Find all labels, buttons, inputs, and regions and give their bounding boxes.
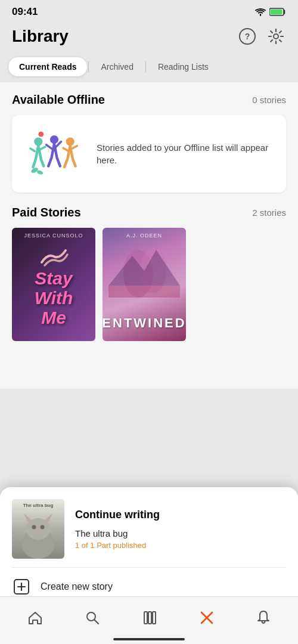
book-cover-entwined[interactable]: A.J. ODEEN ENTWINED (103, 228, 186, 341)
svg-point-12 (26, 518, 50, 540)
continue-writing-book-title: The ultra bug (75, 528, 286, 538)
tab-archived[interactable]: Archived (90, 57, 144, 76)
main-content: Available Offline 0 stories (0, 82, 298, 389)
tab-reading-lists[interactable]: Reading Lists (147, 57, 219, 76)
header-title: Library (12, 27, 69, 46)
continue-writing-info: Continue writing The ultra bug 1 of 1 Pa… (75, 509, 286, 550)
help-button[interactable]: ? (237, 26, 257, 47)
home-bar (113, 638, 185, 640)
nav-stories[interactable] (134, 606, 165, 630)
paid-section-header: Paid Stories 2 stories (12, 206, 286, 219)
svg-rect-1 (271, 10, 283, 15)
status-icons (255, 8, 286, 16)
bell-icon (256, 610, 271, 626)
cat-icon (12, 511, 64, 559)
entwined-figures-icon (108, 238, 180, 298)
bottom-nav (0, 596, 298, 644)
books-row: JESSICA CUNSOLO StayWithMe A.J. ODEEN (12, 228, 286, 341)
settings-button[interactable] (266, 26, 286, 47)
offline-section-header: Available Offline 0 stories (12, 93, 286, 107)
header: Library ? (0, 21, 298, 54)
continue-writing-heading: Continue writing (75, 509, 286, 521)
plus-square-icon (13, 578, 30, 595)
svg-line-24 (95, 620, 99, 624)
create-story-icon (12, 577, 31, 596)
bottom-overlay: The ultra bug (0, 487, 298, 608)
help-icon: ? (239, 28, 256, 45)
cw-book-thumbnail[interactable]: The ultra bug (12, 499, 64, 559)
close-icon (200, 611, 214, 625)
offline-title: Available Offline (12, 93, 105, 107)
book-cover-stay-with-me[interactable]: JESSICA CUNSOLO StayWithMe (12, 228, 95, 341)
tab-current-reads[interactable]: Current Reads (8, 57, 87, 76)
gear-icon (268, 29, 284, 44)
paid-count: 2 stories (252, 208, 286, 218)
svg-rect-27 (153, 612, 156, 624)
book-title-stay: StayWithMe (35, 268, 73, 327)
header-icons: ? (237, 26, 286, 47)
nav-notifications[interactable] (248, 605, 279, 630)
status-time: 09:41 (12, 6, 38, 18)
tab-divider-2 (145, 61, 146, 72)
offline-count: 0 stories (252, 95, 286, 105)
offline-section: Available Offline 0 stories (0, 82, 298, 200)
status-bar: 09:41 (0, 0, 298, 21)
create-story-label: Create new story (41, 581, 113, 592)
paid-title: Paid Stories (12, 206, 81, 219)
people-dancing-icon (24, 130, 84, 178)
offline-illustration (21, 127, 87, 181)
paid-section: Paid Stories 2 stories JESSICA CUNSOLO S… (0, 200, 298, 341)
continue-writing-section: The ultra bug (0, 487, 298, 567)
stories-icon (142, 611, 157, 625)
svg-point-19 (36, 530, 40, 532)
svg-point-18 (41, 525, 45, 530)
continue-writing-published: 1 of 1 Part published (75, 541, 286, 550)
svg-rect-25 (144, 612, 147, 624)
nav-write[interactable] (191, 606, 222, 630)
nav-search[interactable] (77, 606, 108, 630)
svg-point-17 (32, 525, 36, 530)
wifi-icon (255, 8, 266, 16)
book-author-entwined: A.J. ODEEN (103, 233, 186, 239)
book-author-stay: JESSICA CUNSOLO (12, 233, 95, 239)
svg-point-4 (38, 132, 44, 137)
battery-icon (269, 8, 286, 16)
nav-home[interactable] (19, 606, 51, 630)
cw-book-thumb-label: The ultra bug (12, 503, 64, 508)
search-icon (85, 611, 100, 625)
svg-rect-26 (148, 612, 151, 624)
offline-empty-text: Stories added to your Offline list will … (97, 141, 277, 166)
book-hands-icon (33, 242, 74, 268)
svg-point-2 (274, 34, 278, 39)
tab-divider-1 (88, 61, 89, 72)
home-icon (27, 611, 43, 625)
offline-empty-card: Stories added to your Offline list will … (12, 115, 286, 193)
tabs-container: Current Reads Archived Reading Lists (0, 54, 298, 82)
book-title-entwined: ENTWINED (103, 315, 186, 331)
